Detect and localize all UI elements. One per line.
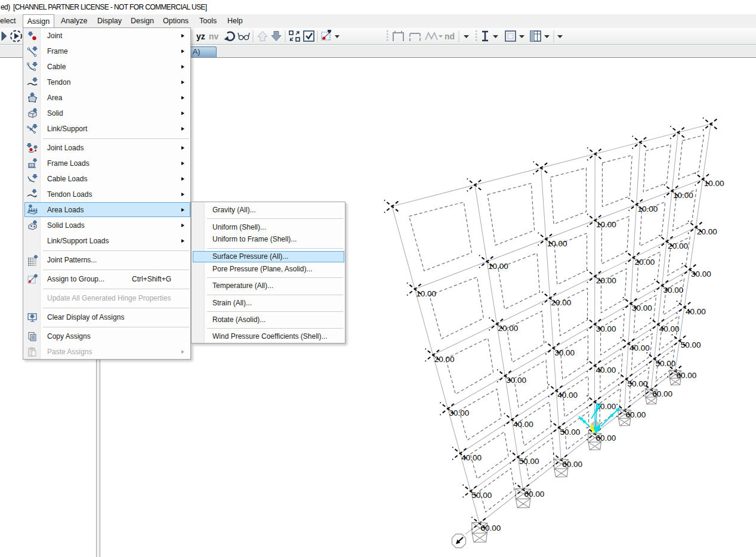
svg-text:20.00: 20.00	[551, 298, 572, 307]
svg-text:nv: nv	[209, 32, 219, 41]
svg-text:50.00: 50.00	[628, 379, 648, 388]
svg-text:30.00: 30.00	[554, 348, 575, 357]
svg-text:20.00: 20.00	[498, 324, 519, 333]
svg-text:60.00: 60.00	[677, 371, 697, 380]
svg-text:40.00: 40.00	[461, 453, 482, 462]
svg-text:30.00: 30.00	[596, 324, 616, 333]
svg-text:40.00: 40.00	[557, 391, 578, 400]
svg-text:50.00: 50.00	[560, 428, 581, 437]
svg-text:60.00: 60.00	[652, 389, 672, 398]
svg-text:20.00: 20.00	[434, 355, 455, 364]
svg-text:10.00: 10.00	[547, 239, 567, 248]
svg-text:30.00: 30.00	[449, 409, 470, 417]
svg-text:10.00: 10.00	[638, 205, 658, 213]
svg-text:10.00: 10.00	[488, 262, 508, 271]
svg-text:nd: nd	[445, 32, 455, 41]
svg-text:20.00: 20.00	[596, 276, 616, 285]
svg-text:10.00: 10.00	[596, 220, 616, 229]
svg-text:40.00: 40.00	[513, 420, 533, 429]
svg-text:yz: yz	[196, 32, 205, 41]
svg-text:20.00: 20.00	[668, 242, 688, 250]
svg-text:40.00: 40.00	[596, 366, 616, 375]
svg-text:60.00: 60.00	[595, 434, 616, 442]
svg-text:50.00: 50.00	[472, 491, 492, 500]
svg-text:40.00: 40.00	[686, 307, 706, 316]
svg-text:40.00: 40.00	[659, 324, 680, 333]
svg-text:20.00: 20.00	[697, 227, 717, 236]
svg-text:30.00: 30.00	[664, 286, 684, 295]
svg-text:50.00: 50.00	[519, 457, 539, 466]
svg-text:50.00: 50.00	[656, 359, 676, 368]
svg-text:40.00: 40.00	[630, 344, 650, 352]
svg-text:10.00: 10.00	[416, 289, 436, 298]
svg-text:60.00: 60.00	[626, 410, 646, 419]
svg-text:60.00: 60.00	[524, 490, 544, 499]
svg-text:10.00: 10.00	[704, 179, 724, 188]
svg-text:60.00: 60.00	[481, 524, 501, 533]
svg-text:10.00: 10.00	[673, 191, 693, 200]
svg-text:60.00: 60.00	[562, 460, 582, 469]
svg-text:50.00: 50.00	[681, 341, 701, 349]
svg-text:20.00: 20.00	[634, 258, 655, 267]
svg-text:30.00: 30.00	[632, 304, 652, 312]
svg-text:30.00: 30.00	[691, 270, 711, 278]
svg-text:30.00: 30.00	[506, 376, 526, 385]
